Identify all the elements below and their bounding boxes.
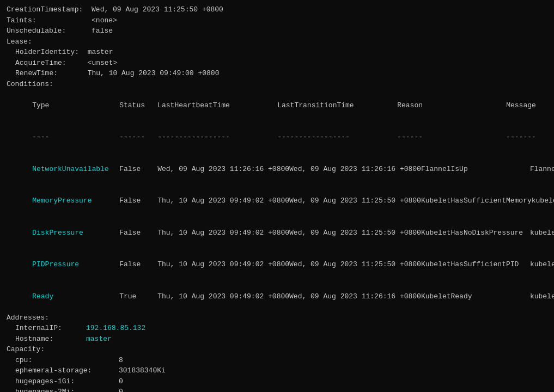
condition-row-disk: DiskPressureFalseThu, 10 Aug 2023 09:49:… [7,217,547,249]
condition-row-network: NetworkUnavailableFalseWed, 09 Aug 2023 … [7,153,547,185]
creation-timestamp-line: CreationTimestamp: Wed, 09 Aug 2023 11:2… [7,4,547,15]
hostname-line: Hostname:master [7,334,547,345]
renew-time-line: RenewTime: Thu, 10 Aug 2023 09:49:00 +08… [7,68,547,79]
internal-ip-line: InternalIP:192.168.85.132 [7,323,547,334]
lease-label: Lease: [7,36,547,47]
cap-hugepages-2mi: hugepages-2Mi:0 [7,387,547,392]
conditions-label: Conditions: [7,79,547,90]
conditions-header: TypeStatusLastHeartbeatTimeLastTransitio… [7,89,547,121]
cap-ephemeral: ephemeral-storage:301838340Ki [7,365,547,376]
condition-row-pid: PIDPressureFalseThu, 10 Aug 2023 09:49:0… [7,249,547,281]
cap-cpu: cpu:8 [7,355,547,366]
addresses-label: Addresses: [7,313,547,323]
unschedulable-line: Unschedulable: false [7,26,547,36]
holder-identity-line: HolderIdentity: master [7,47,547,58]
cap-hugepages-1gi: hugepages-1Gi:0 [7,376,547,387]
taints-line: Taints: <none> [7,15,547,26]
capacity-label: Capacity: [7,344,547,355]
terminal-content: CreationTimestamp: Wed, 09 Aug 2023 11:2… [7,4,547,392]
acquire-time-line: AcquireTime: <unset> [7,58,547,69]
conditions-dashes: ----------------------------------------… [7,121,547,154]
condition-row-memory: MemoryPressureFalseThu, 10 Aug 2023 09:4… [7,185,547,217]
condition-row-ready: ReadyTrueThu, 10 Aug 2023 09:49:02 +0800… [7,280,547,313]
